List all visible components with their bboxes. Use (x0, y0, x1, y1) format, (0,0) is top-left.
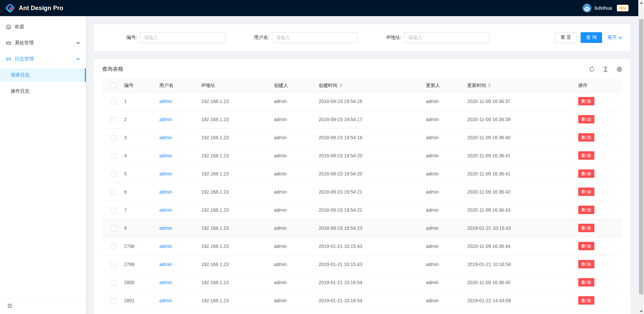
row-checkbox[interactable] (111, 298, 116, 304)
table-row: 2802 admin 192.168.1.23 admin 2019-01-22… (102, 310, 622, 314)
username-link[interactable]: admin (159, 99, 172, 104)
row-checkbox[interactable] (111, 244, 116, 249)
delete-button[interactable]: 删 除 (578, 97, 594, 105)
col-header-created-sortable[interactable]: 创建时间 (313, 78, 421, 92)
row-checkbox[interactable] (111, 262, 116, 267)
user-menu[interactable]: liufeihua dev (583, 4, 639, 12)
scrollbar-down-arrow[interactable] (638, 309, 644, 314)
delete-button[interactable]: 删 除 (578, 224, 594, 232)
username-link[interactable]: admin (159, 207, 172, 213)
avatar (583, 4, 591, 12)
sidebar-item-label: 欢迎 (15, 24, 24, 30)
username-link[interactable]: admin (159, 135, 172, 140)
cell-username: admin (154, 219, 196, 237)
username-field[interactable] (272, 32, 358, 43)
expand-link[interactable]: 展开 (607, 35, 622, 41)
vertical-scrollbar[interactable] (638, 0, 644, 314)
cell-creator: admin (269, 183, 313, 201)
sidebar-item-system-mgmt[interactable]: 系统管理 (0, 36, 86, 50)
cell-username: admin (154, 183, 196, 201)
settings-gear-icon[interactable] (616, 66, 622, 72)
sidebar-item-login-log[interactable]: 登录日志 (0, 68, 86, 82)
reset-button[interactable]: 重 置 (555, 32, 577, 43)
row-checkbox[interactable] (111, 226, 116, 231)
cell-updater: admin (421, 255, 462, 273)
row-checkbox[interactable] (111, 117, 116, 122)
delete-button[interactable]: 删 除 (578, 296, 594, 305)
cell-username: admin (154, 147, 196, 165)
row-checkbox[interactable] (111, 153, 116, 159)
side-menu: 欢迎 系统管理 日志管理 登录日志 (0, 16, 86, 98)
cell-action: 删 除 (573, 128, 622, 147)
col-header-action: 操作 (573, 78, 622, 92)
delete-button[interactable]: 删 除 (578, 133, 594, 142)
cell-username: admin (154, 255, 196, 273)
username-link[interactable]: admin (159, 262, 172, 267)
username-link[interactable]: admin (159, 153, 172, 158)
row-checkbox[interactable] (111, 190, 116, 195)
sidebar-item-log-mgmt[interactable]: 日志管理 (0, 52, 86, 66)
crown-icon (6, 41, 11, 46)
cell-creator: admin (269, 292, 313, 310)
delete-button[interactable]: 删 除 (578, 206, 594, 214)
table-row: 1 admin 192.168.1.23 admin 2018-09-23 19… (102, 92, 622, 110)
cell-updated-time: 2019-01-22 14:43:09 (462, 292, 573, 310)
delete-button[interactable]: 删 除 (578, 188, 594, 196)
cell-created-time: 2018-09-23 19:54:16 (313, 92, 421, 110)
delete-button[interactable]: 删 除 (578, 115, 594, 123)
cell-username: admin (154, 128, 196, 147)
chevron-up-icon (76, 58, 80, 60)
col-header-ip: IP地址 (196, 78, 269, 92)
id-field[interactable] (140, 32, 225, 43)
cell-updated-time: 2020-11-09 16:36:44 (462, 237, 573, 255)
sidebar-item-welcome[interactable]: 欢迎 (0, 20, 86, 34)
column-height-icon[interactable] (603, 66, 608, 72)
delete-button[interactable]: 删 除 (578, 278, 594, 286)
cell-updated-time: 2020-11-09 16:36:42 (462, 183, 573, 201)
delete-button[interactable]: 删 除 (578, 260, 594, 268)
cell-action: 删 除 (573, 92, 622, 110)
reload-icon[interactable] (589, 66, 595, 72)
ip-field[interactable] (404, 32, 490, 43)
delete-button[interactable]: 删 除 (578, 169, 594, 178)
ip-field-label: IP地址: (366, 35, 404, 41)
username-link[interactable]: admin (159, 171, 172, 176)
cell-id: 7 (119, 201, 154, 219)
table-title: 查询表格 (102, 64, 123, 74)
row-checkbox[interactable] (111, 280, 116, 285)
username-link[interactable]: admin (159, 244, 172, 249)
delete-button[interactable]: 删 除 (578, 242, 594, 250)
smile-icon (6, 24, 11, 30)
cell-updated-time: 2020-11-09 16:36:41 (462, 147, 573, 165)
table-row: 2801 admin 192.168.1.23 admin 2019-01-21… (102, 292, 622, 310)
col-header-username: 用户名 (154, 78, 196, 92)
cell-ip: 192.168.1.23 (196, 110, 269, 128)
sidebar-collapse-trigger[interactable] (0, 298, 86, 314)
logo-link[interactable]: Ant Design Pro (5, 3, 63, 13)
table-row: 7 admin 192.168.1.23 admin 2018-09-23 19… (102, 201, 622, 219)
username-link[interactable]: admin (159, 225, 172, 231)
cell-ip: 192.168.1.23 (196, 255, 269, 273)
scrollbar-thumb[interactable] (639, 19, 643, 294)
sidebar-item-operation-log[interactable]: 操作日志 (0, 85, 86, 98)
query-button[interactable]: 查 询 (581, 32, 602, 43)
username-link[interactable]: admin (159, 189, 172, 195)
delete-button[interactable]: 删 除 (578, 151, 594, 160)
row-checkbox[interactable] (111, 99, 116, 104)
cell-username: admin (154, 110, 196, 128)
username-link[interactable]: admin (159, 117, 172, 122)
cell-username: admin (154, 237, 196, 255)
row-checkbox[interactable] (111, 208, 116, 213)
username-link[interactable]: admin (159, 298, 172, 303)
cell-created-time: 2018-09-23 19:54:18 (313, 128, 421, 147)
row-checkbox[interactable] (111, 171, 116, 177)
cell-username: admin (154, 165, 196, 183)
scrollbar-up-arrow[interactable] (638, 0, 644, 5)
col-header-updated-sortable[interactable]: 更新时间 (462, 78, 573, 92)
username-link[interactable]: admin (159, 280, 172, 285)
cell-updater: admin (421, 165, 462, 183)
select-all-checkbox[interactable] (111, 83, 116, 88)
row-checkbox[interactable] (111, 135, 116, 141)
cell-username: admin (154, 310, 196, 314)
cell-id: 6 (119, 183, 154, 201)
